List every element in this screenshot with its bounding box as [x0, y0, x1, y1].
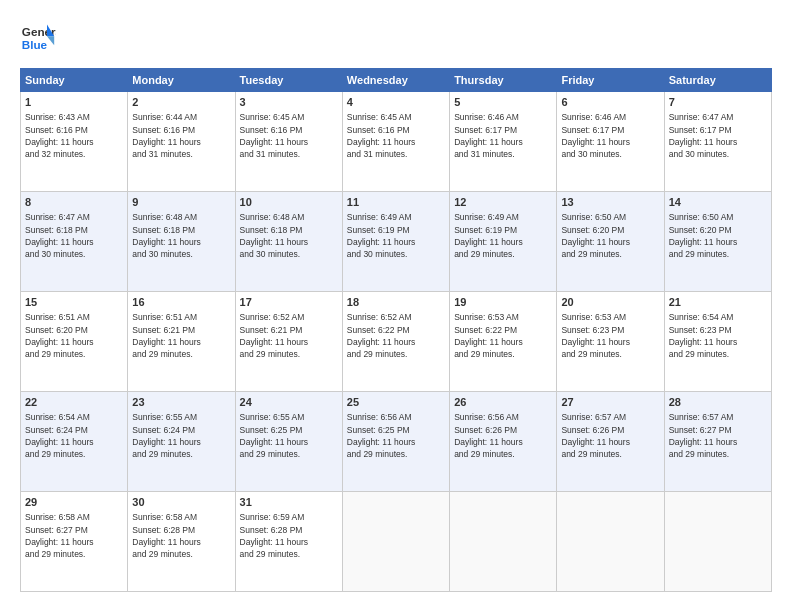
- day-number: 11: [347, 195, 445, 210]
- page: General Blue SundayMondayTuesdayWednesda…: [0, 0, 792, 612]
- day-number: 25: [347, 395, 445, 410]
- calendar-header-row: SundayMondayTuesdayWednesdayThursdayFrid…: [21, 69, 772, 92]
- calendar-week-row: 29Sunrise: 6:58 AM Sunset: 6:27 PM Dayli…: [21, 492, 772, 592]
- day-info: Sunrise: 6:54 AM Sunset: 6:24 PM Dayligh…: [25, 411, 123, 460]
- calendar-cell: 21Sunrise: 6:54 AM Sunset: 6:23 PM Dayli…: [664, 292, 771, 392]
- calendar-cell: [664, 492, 771, 592]
- day-info: Sunrise: 6:47 AM Sunset: 6:17 PM Dayligh…: [669, 111, 767, 160]
- day-info: Sunrise: 6:50 AM Sunset: 6:20 PM Dayligh…: [669, 211, 767, 260]
- calendar-cell: 3Sunrise: 6:45 AM Sunset: 6:16 PM Daylig…: [235, 92, 342, 192]
- day-info: Sunrise: 6:55 AM Sunset: 6:24 PM Dayligh…: [132, 411, 230, 460]
- calendar-week-row: 15Sunrise: 6:51 AM Sunset: 6:20 PM Dayli…: [21, 292, 772, 392]
- day-info: Sunrise: 6:48 AM Sunset: 6:18 PM Dayligh…: [240, 211, 338, 260]
- calendar-cell: 24Sunrise: 6:55 AM Sunset: 6:25 PM Dayli…: [235, 392, 342, 492]
- calendar-week-row: 1Sunrise: 6:43 AM Sunset: 6:16 PM Daylig…: [21, 92, 772, 192]
- day-number: 16: [132, 295, 230, 310]
- day-info: Sunrise: 6:43 AM Sunset: 6:16 PM Dayligh…: [25, 111, 123, 160]
- logo-icon: General Blue: [20, 20, 56, 56]
- day-info: Sunrise: 6:57 AM Sunset: 6:26 PM Dayligh…: [561, 411, 659, 460]
- day-info: Sunrise: 6:46 AM Sunset: 6:17 PM Dayligh…: [454, 111, 552, 160]
- day-number: 15: [25, 295, 123, 310]
- calendar-cell: 5Sunrise: 6:46 AM Sunset: 6:17 PM Daylig…: [450, 92, 557, 192]
- calendar-cell: 7Sunrise: 6:47 AM Sunset: 6:17 PM Daylig…: [664, 92, 771, 192]
- day-info: Sunrise: 6:53 AM Sunset: 6:22 PM Dayligh…: [454, 311, 552, 360]
- calendar-cell: 12Sunrise: 6:49 AM Sunset: 6:19 PM Dayli…: [450, 192, 557, 292]
- calendar-cell: 17Sunrise: 6:52 AM Sunset: 6:21 PM Dayli…: [235, 292, 342, 392]
- calendar-cell: 25Sunrise: 6:56 AM Sunset: 6:25 PM Dayli…: [342, 392, 449, 492]
- calendar-cell: 11Sunrise: 6:49 AM Sunset: 6:19 PM Dayli…: [342, 192, 449, 292]
- day-number: 7: [669, 95, 767, 110]
- calendar-week-row: 8Sunrise: 6:47 AM Sunset: 6:18 PM Daylig…: [21, 192, 772, 292]
- calendar-cell: 13Sunrise: 6:50 AM Sunset: 6:20 PM Dayli…: [557, 192, 664, 292]
- day-number: 10: [240, 195, 338, 210]
- calendar-cell: 9Sunrise: 6:48 AM Sunset: 6:18 PM Daylig…: [128, 192, 235, 292]
- calendar-header-monday: Monday: [128, 69, 235, 92]
- day-number: 5: [454, 95, 552, 110]
- calendar-cell: 18Sunrise: 6:52 AM Sunset: 6:22 PM Dayli…: [342, 292, 449, 392]
- calendar-cell: 28Sunrise: 6:57 AM Sunset: 6:27 PM Dayli…: [664, 392, 771, 492]
- day-number: 19: [454, 295, 552, 310]
- calendar-cell: 8Sunrise: 6:47 AM Sunset: 6:18 PM Daylig…: [21, 192, 128, 292]
- day-info: Sunrise: 6:49 AM Sunset: 6:19 PM Dayligh…: [347, 211, 445, 260]
- calendar-cell: 1Sunrise: 6:43 AM Sunset: 6:16 PM Daylig…: [21, 92, 128, 192]
- day-number: 27: [561, 395, 659, 410]
- svg-text:Blue: Blue: [22, 38, 48, 51]
- day-number: 29: [25, 495, 123, 510]
- day-info: Sunrise: 6:44 AM Sunset: 6:16 PM Dayligh…: [132, 111, 230, 160]
- day-number: 8: [25, 195, 123, 210]
- day-info: Sunrise: 6:46 AM Sunset: 6:17 PM Dayligh…: [561, 111, 659, 160]
- calendar-week-row: 22Sunrise: 6:54 AM Sunset: 6:24 PM Dayli…: [21, 392, 772, 492]
- calendar-cell: 15Sunrise: 6:51 AM Sunset: 6:20 PM Dayli…: [21, 292, 128, 392]
- calendar-cell: 19Sunrise: 6:53 AM Sunset: 6:22 PM Dayli…: [450, 292, 557, 392]
- calendar-cell: [450, 492, 557, 592]
- day-number: 12: [454, 195, 552, 210]
- calendar-table: SundayMondayTuesdayWednesdayThursdayFrid…: [20, 68, 772, 592]
- header: General Blue: [20, 20, 772, 56]
- day-info: Sunrise: 6:45 AM Sunset: 6:16 PM Dayligh…: [347, 111, 445, 160]
- day-info: Sunrise: 6:53 AM Sunset: 6:23 PM Dayligh…: [561, 311, 659, 360]
- calendar-cell: 31Sunrise: 6:59 AM Sunset: 6:28 PM Dayli…: [235, 492, 342, 592]
- logo: General Blue: [20, 20, 56, 56]
- calendar-header-thursday: Thursday: [450, 69, 557, 92]
- day-info: Sunrise: 6:51 AM Sunset: 6:21 PM Dayligh…: [132, 311, 230, 360]
- day-info: Sunrise: 6:52 AM Sunset: 6:22 PM Dayligh…: [347, 311, 445, 360]
- day-info: Sunrise: 6:52 AM Sunset: 6:21 PM Dayligh…: [240, 311, 338, 360]
- day-number: 26: [454, 395, 552, 410]
- calendar-cell: 16Sunrise: 6:51 AM Sunset: 6:21 PM Dayli…: [128, 292, 235, 392]
- day-number: 24: [240, 395, 338, 410]
- day-number: 13: [561, 195, 659, 210]
- calendar-cell: [557, 492, 664, 592]
- day-info: Sunrise: 6:50 AM Sunset: 6:20 PM Dayligh…: [561, 211, 659, 260]
- day-number: 22: [25, 395, 123, 410]
- calendar-header-wednesday: Wednesday: [342, 69, 449, 92]
- day-number: 3: [240, 95, 338, 110]
- calendar-header-tuesday: Tuesday: [235, 69, 342, 92]
- day-number: 17: [240, 295, 338, 310]
- day-info: Sunrise: 6:47 AM Sunset: 6:18 PM Dayligh…: [25, 211, 123, 260]
- day-info: Sunrise: 6:45 AM Sunset: 6:16 PM Dayligh…: [240, 111, 338, 160]
- day-info: Sunrise: 6:59 AM Sunset: 6:28 PM Dayligh…: [240, 511, 338, 560]
- day-info: Sunrise: 6:56 AM Sunset: 6:26 PM Dayligh…: [454, 411, 552, 460]
- calendar-cell: 23Sunrise: 6:55 AM Sunset: 6:24 PM Dayli…: [128, 392, 235, 492]
- calendar-cell: 6Sunrise: 6:46 AM Sunset: 6:17 PM Daylig…: [557, 92, 664, 192]
- day-info: Sunrise: 6:54 AM Sunset: 6:23 PM Dayligh…: [669, 311, 767, 360]
- calendar-cell: 4Sunrise: 6:45 AM Sunset: 6:16 PM Daylig…: [342, 92, 449, 192]
- day-number: 28: [669, 395, 767, 410]
- day-info: Sunrise: 6:48 AM Sunset: 6:18 PM Dayligh…: [132, 211, 230, 260]
- day-number: 9: [132, 195, 230, 210]
- calendar-header-saturday: Saturday: [664, 69, 771, 92]
- calendar-cell: 22Sunrise: 6:54 AM Sunset: 6:24 PM Dayli…: [21, 392, 128, 492]
- day-number: 18: [347, 295, 445, 310]
- day-number: 2: [132, 95, 230, 110]
- calendar-cell: 20Sunrise: 6:53 AM Sunset: 6:23 PM Dayli…: [557, 292, 664, 392]
- day-info: Sunrise: 6:55 AM Sunset: 6:25 PM Dayligh…: [240, 411, 338, 460]
- calendar-cell: 27Sunrise: 6:57 AM Sunset: 6:26 PM Dayli…: [557, 392, 664, 492]
- svg-marker-3: [47, 36, 54, 45]
- day-info: Sunrise: 6:57 AM Sunset: 6:27 PM Dayligh…: [669, 411, 767, 460]
- day-number: 6: [561, 95, 659, 110]
- day-number: 21: [669, 295, 767, 310]
- calendar-cell: [342, 492, 449, 592]
- day-number: 23: [132, 395, 230, 410]
- day-info: Sunrise: 6:58 AM Sunset: 6:28 PM Dayligh…: [132, 511, 230, 560]
- day-info: Sunrise: 6:51 AM Sunset: 6:20 PM Dayligh…: [25, 311, 123, 360]
